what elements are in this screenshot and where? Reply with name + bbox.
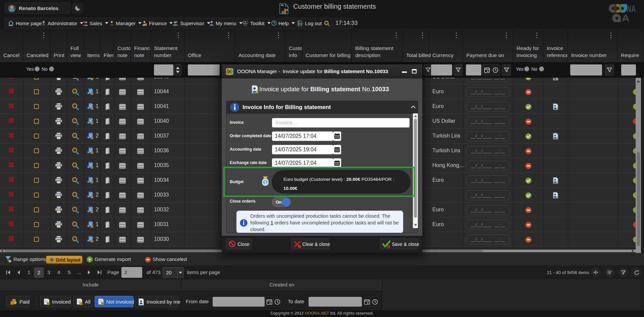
svg-text:?: ? <box>273 21 275 25</box>
svg-text:$: $ <box>264 180 267 185</box>
svg-text:A: A <box>622 12 630 22</box>
